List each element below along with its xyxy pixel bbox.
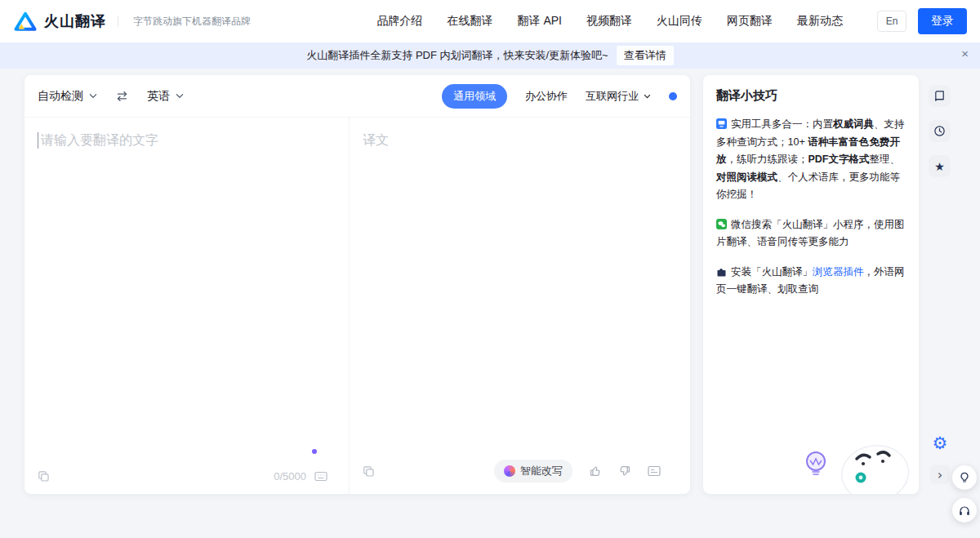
char-counter: 0/5000 [274, 470, 306, 482]
target-placeholder: 译文 [363, 132, 389, 149]
gear-glyph: ⚙ [933, 435, 948, 452]
domain-more-dot[interactable] [669, 92, 677, 100]
tip-item-wechat: 微信搜索「火山翻译」小程序，使用图片翻译、语音同传等更多能力 [716, 216, 906, 251]
announcement-text: 火山翻译插件全新支持 PDF 内划词翻译，快来安装/更新体验吧~ [306, 48, 608, 63]
status-dot [312, 449, 317, 454]
tip-item-tools: 实用工具多合一：内置权威词典、支持多种查询方式；10+ 语种丰富音色免费开放，练… [716, 116, 906, 204]
domain-office-tab[interactable]: 办公协作 [525, 89, 568, 104]
close-icon[interactable]: × [961, 47, 969, 60]
domain-general-pill[interactable]: 通用领域 [442, 84, 507, 109]
chevron-down-icon [176, 93, 184, 99]
keyboard-icon[interactable] [314, 471, 327, 482]
target-language-select[interactable]: 英语 [147, 89, 184, 104]
tips-lightbulb-icon[interactable] [952, 465, 977, 490]
tip-text: 微信搜索「火山翻译」小程序，使用图片翻译、语音同传等更多能力 [716, 219, 905, 248]
nav-simultaneous[interactable]: 火山同传 [657, 14, 702, 29]
tip-text-bold: 权威词典 [833, 118, 874, 130]
language-toggle-button[interactable]: En [877, 11, 906, 32]
source-footer: 0/5000 [38, 470, 327, 482]
translator-toolbar: 自动检测 英语 通用领域 办公协作 互联网行业 [24, 75, 690, 118]
domain-internet-label: 互联网行业 [586, 89, 639, 104]
view-details-button[interactable]: 查看详情 [617, 46, 674, 65]
brand-divider [118, 16, 118, 27]
nav-online-translate[interactable]: 在线翻译 [448, 14, 493, 29]
rewrite-label: 智能改写 [520, 464, 563, 478]
mascot-illustration [793, 416, 915, 494]
source-text-input[interactable]: 请输入要翻译的文字 [24, 118, 349, 164]
chevron-down-icon [644, 94, 651, 99]
tip-item-plugin: 安装「火山翻译」浏览器插件，外语网页一键翻译、划取查询 [716, 264, 906, 299]
nav-video-translate[interactable]: 视频翻译 [586, 14, 632, 29]
nav-webpage-translate[interactable]: 网页翻译 [727, 14, 773, 29]
browser-extension-link[interactable]: 浏览器插件 [813, 266, 864, 278]
dictionary-icon[interactable] [929, 85, 951, 107]
rewrite-magic-icon [504, 465, 515, 477]
swap-languages-icon[interactable] [115, 90, 129, 103]
tips-panel: 翻译小技巧 实用工具多合一：内置权威词典、支持多种查询方式；10+ 语种丰富音色… [703, 75, 919, 494]
star-glyph: ★ [934, 160, 945, 173]
login-button[interactable]: 登录 [918, 8, 967, 34]
thumbs-up-icon[interactable] [589, 465, 602, 478]
announcement-banner: 火山翻译插件全新支持 PDF 内划词翻译，快来安装/更新体验吧~ 查看详情 × [0, 42, 980, 69]
domain-tabs: 通用领域 办公协作 互联网行业 [442, 84, 677, 109]
source-pane: 请输入要翻译的文字 0/5000 [24, 118, 350, 494]
source-language-select[interactable]: 自动检测 [38, 89, 97, 104]
brand: 火山翻译 字节跳动旗下机器翻译品牌 [13, 11, 251, 32]
top-header: 火山翻译 字节跳动旗下机器翻译品牌 品牌介绍 在线翻译 翻译 API 视频翻译 … [0, 0, 980, 42]
brand-tagline: 字节跳动旗下机器翻译品牌 [133, 15, 251, 29]
copy-icon[interactable] [38, 470, 50, 482]
tip-text: 整理、 [870, 153, 901, 165]
tip-text: ，练听力练跟读； [727, 153, 808, 165]
text-cursor [38, 132, 38, 149]
source-placeholder: 请输入要翻译的文字 [41, 132, 158, 149]
tip-text: 安装「火山翻译」 [731, 266, 813, 278]
source-language-label: 自动检测 [38, 89, 83, 104]
brand-logo-icon [13, 11, 38, 32]
tip-text-bold: 对照阅读模式 [716, 171, 777, 183]
computer-icon [716, 118, 727, 129]
target-language-label: 英语 [147, 89, 170, 104]
nav-latest-news[interactable]: 最新动态 [797, 14, 843, 29]
translator-card: 自动检测 英语 通用领域 办公协作 互联网行业 [24, 75, 690, 494]
main-nav: 品牌介绍 在线翻译 翻译 API 视频翻译 火山同传 网页翻译 最新动态 [377, 14, 843, 29]
feedback-card-icon[interactable] [648, 465, 661, 477]
brand-name: 火山翻译 [44, 11, 106, 31]
target-text-output: 译文 [350, 118, 690, 164]
thumbs-down-icon[interactable] [618, 465, 631, 478]
history-clock-icon[interactable] [929, 120, 951, 142]
plugin-icon [716, 266, 727, 277]
translator-panes: 请输入要翻译的文字 0/5000 [24, 118, 690, 494]
favorites-star-icon[interactable]: ★ [929, 155, 951, 177]
tips-title: 翻译小技巧 [716, 88, 906, 104]
settings-gear-icon[interactable]: ⚙ [930, 434, 950, 453]
chevron-glyph: › [938, 467, 942, 482]
collapse-chevron-icon[interactable]: › [930, 465, 950, 484]
support-headset-icon[interactable] [952, 498, 977, 522]
copy-icon[interactable] [363, 465, 375, 478]
target-footer: 智能改写 [363, 460, 661, 482]
target-pane: 译文 智能改写 [350, 118, 690, 494]
nav-brand-intro[interactable]: 品牌介绍 [377, 14, 423, 29]
domain-internet-tab[interactable]: 互联网行业 [586, 89, 651, 104]
wechat-icon [716, 219, 727, 229]
tip-text: 实用工具多合一：内置 [731, 118, 833, 130]
nav-translate-api[interactable]: 翻译 API [518, 14, 562, 29]
chevron-down-icon [89, 93, 97, 99]
tip-text-bold: PDF文字格式 [808, 153, 870, 165]
smart-rewrite-button[interactable]: 智能改写 [494, 460, 572, 482]
